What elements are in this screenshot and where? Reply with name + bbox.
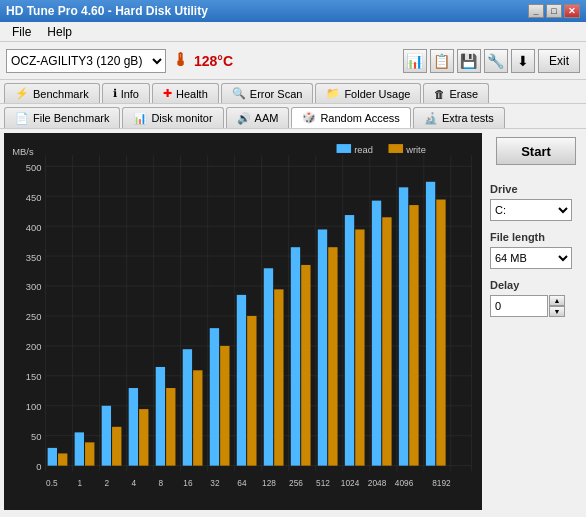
svg-rect-60 <box>301 265 310 466</box>
svg-text:100: 100 <box>26 401 42 412</box>
info-tab-icon: ℹ <box>113 87 117 100</box>
svg-text:2048: 2048 <box>368 477 387 487</box>
temperature-display: 🌡 128°C <box>172 50 233 71</box>
svg-rect-62 <box>328 247 337 465</box>
drive-dropdown[interactable]: OCZ-AGILITY3 (120 gB) <box>6 49 166 73</box>
aam-tab-icon: 🔊 <box>237 112 251 125</box>
svg-text:8192: 8192 <box>432 477 451 487</box>
drive-select[interactable]: C: <box>490 199 572 221</box>
svg-text:300: 300 <box>26 281 42 292</box>
svg-rect-69 <box>426 182 435 466</box>
start-button[interactable]: Start <box>496 137 576 165</box>
tab-folder-usage[interactable]: 📁 Folder Usage <box>315 83 421 103</box>
svg-rect-47 <box>129 388 138 466</box>
app-title: HD Tune Pro 4.60 - Hard Disk Utility <box>6 4 528 18</box>
toolbar-icon-group: 📊 📋 💾 🔧 ⬇ Exit <box>403 49 580 73</box>
svg-rect-50 <box>166 388 175 466</box>
svg-text:350: 350 <box>26 251 42 262</box>
svg-rect-46 <box>112 427 121 466</box>
extra-tests-tab-icon: 🔬 <box>424 112 438 125</box>
menu-help[interactable]: Help <box>39 23 80 41</box>
erase-tab-label: Erase <box>449 88 478 100</box>
tab-health[interactable]: ✚ Health <box>152 83 219 103</box>
folder-usage-tab-label: Folder Usage <box>344 88 410 100</box>
close-button[interactable]: ✕ <box>564 4 580 18</box>
tab-disk-monitor[interactable]: 📊 Disk monitor <box>122 107 223 128</box>
svg-text:50: 50 <box>31 431 41 442</box>
health-tab-icon: ✚ <box>163 87 172 100</box>
menu-file[interactable]: File <box>4 23 39 41</box>
error-scan-tab-label: Error Scan <box>250 88 303 100</box>
erase-tab-icon: 🗑 <box>434 88 445 100</box>
svg-rect-48 <box>139 409 148 466</box>
file-benchmark-tab-label: File Benchmark <box>33 112 109 124</box>
settings-icon[interactable]: 🔧 <box>484 49 508 73</box>
maximize-button[interactable]: □ <box>546 4 562 18</box>
svg-text:400: 400 <box>26 221 42 232</box>
file-length-section: File length 64 MB <box>490 231 582 269</box>
svg-rect-86 <box>337 144 352 153</box>
svg-rect-57 <box>264 268 273 465</box>
tab-benchmark[interactable]: ⚡ Benchmark <box>4 83 100 103</box>
svg-text:2: 2 <box>105 477 110 487</box>
svg-text:64: 64 <box>237 477 246 487</box>
svg-text:4: 4 <box>132 477 137 487</box>
tabs-row-2: 📄 File Benchmark 📊 Disk monitor 🔊 AAM 🎲 … <box>0 104 586 129</box>
minimize-button[interactable]: _ <box>528 4 544 18</box>
menu-bar: File Help <box>0 22 586 42</box>
tab-erase[interactable]: 🗑 Erase <box>423 83 489 103</box>
download-icon[interactable]: ⬇ <box>511 49 535 73</box>
tab-error-scan[interactable]: 🔍 Error Scan <box>221 83 314 103</box>
exit-button[interactable]: Exit <box>538 49 580 73</box>
svg-rect-70 <box>436 200 445 466</box>
svg-rect-63 <box>345 215 354 466</box>
svg-rect-43 <box>75 432 84 465</box>
delay-down-button[interactable]: ▼ <box>549 306 565 317</box>
right-panel: Start Drive C: File length 64 MB Delay ▲… <box>486 129 586 514</box>
drive-section: Drive C: <box>490 183 582 221</box>
window-controls[interactable]: _ □ ✕ <box>528 4 580 18</box>
svg-rect-65 <box>372 201 381 466</box>
svg-rect-41 <box>48 448 57 466</box>
svg-text:write: write <box>405 144 426 155</box>
delay-spinners[interactable]: ▲ ▼ <box>549 295 565 317</box>
svg-text:150: 150 <box>26 371 42 382</box>
svg-rect-67 <box>399 187 408 465</box>
file-length-select[interactable]: 64 MB <box>490 247 572 269</box>
svg-text:500: 500 <box>26 161 42 172</box>
delay-input[interactable] <box>490 295 548 317</box>
delay-up-button[interactable]: ▲ <box>549 295 565 306</box>
svg-text:0: 0 <box>36 461 41 472</box>
svg-text:32: 32 <box>210 477 219 487</box>
chart-icon[interactable]: 📊 <box>403 49 427 73</box>
svg-text:256: 256 <box>289 477 303 487</box>
svg-rect-53 <box>210 328 219 465</box>
svg-text:4096: 4096 <box>395 477 414 487</box>
tab-file-benchmark[interactable]: 📄 File Benchmark <box>4 107 120 128</box>
delay-label: Delay <box>490 279 582 291</box>
tab-random-access[interactable]: 🎲 Random Access <box>291 107 410 128</box>
clipboard-icon[interactable]: 📋 <box>430 49 454 73</box>
tab-info[interactable]: ℹ Info <box>102 83 150 103</box>
svg-rect-54 <box>220 346 229 466</box>
svg-text:1024: 1024 <box>341 477 360 487</box>
drive-label: Drive <box>490 183 582 195</box>
tab-extra-tests[interactable]: 🔬 Extra tests <box>413 107 505 128</box>
disk-monitor-tab-label: Disk monitor <box>151 112 212 124</box>
svg-rect-42 <box>58 453 67 465</box>
svg-rect-68 <box>409 205 418 466</box>
save-icon[interactable]: 💾 <box>457 49 481 73</box>
svg-text:0.5: 0.5 <box>46 477 58 487</box>
svg-rect-55 <box>237 295 246 466</box>
svg-text:128: 128 <box>262 477 276 487</box>
svg-rect-64 <box>355 229 364 465</box>
error-scan-tab-icon: 🔍 <box>232 87 246 100</box>
tabs-row-1: ⚡ Benchmark ℹ Info ✚ Health 🔍 Error Scan… <box>0 80 586 104</box>
svg-text:512: 512 <box>316 477 330 487</box>
svg-rect-56 <box>247 316 256 466</box>
svg-rect-49 <box>156 367 165 466</box>
random-access-tab-icon: 🎲 <box>302 111 316 124</box>
aam-tab-label: AAM <box>255 112 279 124</box>
disk-monitor-tab-icon: 📊 <box>133 112 147 125</box>
tab-aam[interactable]: 🔊 AAM <box>226 107 290 128</box>
